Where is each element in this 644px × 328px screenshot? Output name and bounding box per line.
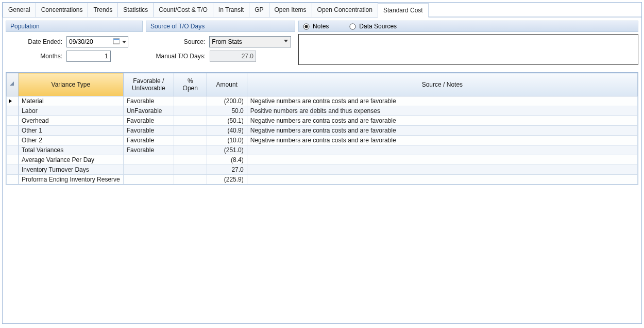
cell-amount[interactable]: (10.0) (207, 136, 247, 145)
row-indicator[interactable] (7, 126, 19, 136)
cell-variance-type[interactable]: Other 1 (19, 126, 124, 136)
cell-percent-open[interactable] (174, 175, 207, 185)
row-indicator[interactable] (7, 165, 19, 175)
tab-gp[interactable]: GP (249, 3, 269, 17)
cell-source-notes[interactable] (247, 175, 637, 185)
row-indicator[interactable] (7, 136, 19, 145)
table-row[interactable]: Inventory Turnover Days27.0 (7, 165, 638, 175)
cell-variance-type[interactable]: Other 2 (19, 136, 124, 145)
cell-variance-type[interactable]: Proforma Ending Inventory Reserve (19, 175, 124, 185)
cell-favorable[interactable]: UnFavorable (123, 106, 174, 116)
notes-textarea[interactable] (298, 34, 638, 65)
variance-grid: Variance Type Favorable /Unfavorable %Op… (6, 72, 638, 185)
cell-favorable[interactable] (123, 165, 174, 175)
cell-variance-type[interactable]: Material (19, 96, 124, 106)
cell-percent-open[interactable] (174, 155, 207, 165)
tab-statistics[interactable]: Statistics (117, 3, 154, 17)
tab-general[interactable]: General (3, 3, 36, 17)
cell-percent-open[interactable] (174, 145, 207, 155)
svg-rect-1 (113, 39, 120, 40)
row-indicator[interactable] (7, 145, 19, 155)
cell-source-notes[interactable] (247, 145, 637, 155)
source-value: From Stats (212, 38, 242, 45)
cell-favorable[interactable] (123, 155, 174, 165)
cell-amount[interactable]: 50.0 (207, 106, 247, 116)
source-select[interactable]: From Stats (209, 36, 291, 47)
col-variance-type[interactable]: Variance Type (19, 73, 124, 96)
notes-header: Notes Data Sources (298, 21, 638, 32)
cell-amount[interactable]: (251.0) (207, 145, 247, 155)
col-source-notes[interactable]: Source / Notes (247, 73, 637, 96)
cell-amount[interactable]: 27.0 (207, 165, 247, 175)
months-input[interactable] (66, 51, 111, 62)
table-row[interactable]: OverheadFavorable(50.1)Negative numbers … (7, 116, 638, 126)
svg-point-4 (350, 24, 355, 29)
table-row[interactable]: Proforma Ending Inventory Reserve(225.9) (7, 175, 638, 185)
cell-source-notes[interactable] (247, 155, 637, 165)
date-ended-input[interactable]: 09/30/20 (66, 36, 128, 47)
manual-to-label: Manual T/O Days: (150, 53, 210, 60)
cell-favorable[interactable] (123, 175, 174, 185)
col-favorable[interactable]: Favorable /Unfavorable (123, 73, 174, 96)
cell-variance-type[interactable]: Average Variance Per Day (19, 155, 124, 165)
cell-amount[interactable]: (50.1) (207, 116, 247, 126)
cell-source-notes[interactable]: Negative numbers are contra costs and ar… (247, 116, 637, 126)
row-indicator[interactable] (7, 155, 19, 165)
cell-variance-type[interactable]: Overhead (19, 116, 124, 126)
row-indicator[interactable] (7, 96, 19, 106)
table-row[interactable]: Other 1Favorable(40.9)Negative numbers a… (7, 126, 638, 136)
table-row[interactable]: MaterialFavorable(200.0)Negative numbers… (7, 96, 638, 106)
filter-row: Population Date Ended: 09/30/20 (3, 18, 641, 72)
notes-panel: Notes Data Sources (298, 21, 638, 69)
cell-source-notes[interactable]: Negative numbers are contra costs and ar… (247, 96, 637, 106)
row-indicator[interactable] (7, 175, 19, 185)
app-frame: GeneralConcentrationsTrendsStatisticsCou… (2, 2, 642, 324)
chevron-down-icon[interactable] (122, 39, 127, 46)
cell-amount[interactable]: (200.0) (207, 96, 247, 106)
radio-data-sources[interactable]: Data Sources (349, 23, 397, 30)
cell-percent-open[interactable] (174, 116, 207, 126)
cell-favorable[interactable]: Favorable (123, 136, 174, 145)
table-row[interactable]: Other 2Favorable(10.0)Negative numbers a… (7, 136, 638, 145)
cell-source-notes[interactable]: Negative numbers are contra costs and ar… (247, 136, 637, 145)
radio-notes[interactable]: Notes (303, 23, 329, 30)
col-percent-open[interactable]: %Open (174, 73, 207, 96)
cell-amount[interactable]: (225.9) (207, 175, 247, 185)
cell-percent-open[interactable] (174, 165, 207, 175)
cell-source-notes[interactable]: Negative numbers are contra costs and ar… (247, 126, 637, 136)
cell-favorable[interactable]: Favorable (123, 116, 174, 126)
row-selector-header[interactable] (7, 73, 19, 96)
cell-amount[interactable]: (8.4) (207, 155, 247, 165)
cell-favorable[interactable]: Favorable (123, 96, 174, 106)
tab-open-items[interactable]: Open Items (269, 3, 312, 17)
col-amount[interactable]: Amount (207, 73, 247, 96)
calendar-icon[interactable] (113, 38, 120, 46)
tabs-bar: GeneralConcentrationsTrendsStatisticsCou… (3, 3, 641, 18)
tab-open-concentration[interactable]: Open Concentration (312, 3, 378, 17)
tab-trends[interactable]: Trends (88, 3, 118, 17)
table-row[interactable]: Average Variance Per Day(8.4) (7, 155, 638, 165)
cell-percent-open[interactable] (174, 126, 207, 136)
table-row[interactable]: LaborUnFavorable50.0Positive numbers are… (7, 106, 638, 116)
tab-in-transit[interactable]: In Transit (213, 3, 249, 17)
tab-concentrations[interactable]: Concentrations (36, 3, 89, 17)
cell-favorable[interactable]: Favorable (123, 145, 174, 155)
cell-source-notes[interactable] (247, 165, 637, 175)
row-indicator[interactable] (7, 116, 19, 126)
row-indicator[interactable] (7, 106, 19, 116)
table-row[interactable]: Total VariancesFavorable(251.0) (7, 145, 638, 155)
chevron-down-icon (283, 38, 289, 45)
source-to-title: Source of T/O Days (146, 21, 295, 32)
tab-count-cost-t-o[interactable]: Count/Cost & T/O (153, 3, 213, 17)
cell-amount[interactable]: (40.9) (207, 126, 247, 136)
cell-variance-type[interactable]: Labor (19, 106, 124, 116)
cell-percent-open[interactable] (174, 136, 207, 145)
tab-standard-cost[interactable]: Standard Cost (378, 3, 429, 18)
cell-variance-type[interactable]: Inventory Turnover Days (19, 165, 124, 175)
cell-percent-open[interactable] (174, 96, 207, 106)
cell-source-notes[interactable]: Positive numbers are debits and thus exp… (247, 106, 637, 116)
date-ended-value: 09/30/20 (69, 38, 93, 45)
cell-favorable[interactable]: Favorable (123, 126, 174, 136)
cell-percent-open[interactable] (174, 106, 207, 116)
cell-variance-type[interactable]: Total Variances (19, 145, 124, 155)
